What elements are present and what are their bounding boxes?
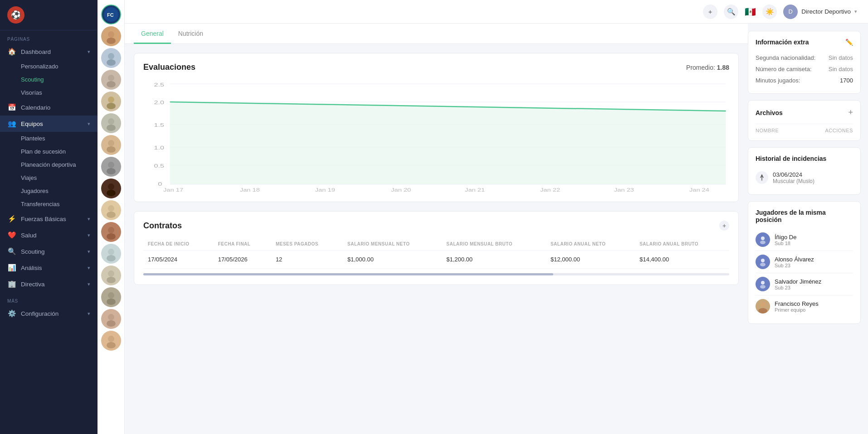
sidebar-item-planteles[interactable]: Planteles [21, 132, 98, 145]
search-button[interactable]: 🔍 [724, 5, 738, 19]
sidebar-item-jugadores[interactable]: Jugadores [21, 184, 98, 198]
sidebar-item-scouting-dash[interactable]: Scouting [21, 73, 98, 86]
evaluaciones-card: Evaluaciones Promedio: 1.88 2.5 2.0 1.5 … [134, 53, 739, 202]
user-name: Director Deportivo [801, 8, 851, 15]
sidebar-item-equipos[interactable]: 👥 Equipos ▾ [0, 116, 98, 132]
tab-general[interactable]: General [134, 24, 171, 44]
player-row-salvador[interactable]: Salvador Jiménez Sub 23 [756, 274, 853, 294]
cell-fecha-inicio: 17/05/2024 [143, 251, 214, 269]
player-row-francisco[interactable]: Francisco Reyes Primer equipo [756, 296, 853, 316]
edit-info-button[interactable]: ✏️ [845, 39, 853, 46]
sidebar-item-configuracion[interactable]: ⚙️ Configuración ▾ [0, 305, 98, 322]
cell-salario-anual-bruto: $14,400.00 [635, 251, 729, 269]
player-avatar[interactable] [101, 48, 121, 68]
sidebar-item-viajes[interactable]: Viajes [21, 171, 98, 184]
add-archivo-button[interactable]: + [848, 108, 853, 117]
svg-text:0: 0 [158, 181, 162, 187]
user-menu[interactable]: D Director Deportivo ▾ [783, 5, 857, 19]
svg-point-28 [108, 314, 114, 320]
sidebar-section-mas: MÁS [0, 292, 98, 305]
sidebar: ⚽ PÁGINAS 🏠 Dashboard ▾ Personalizado Sc… [0, 0, 98, 434]
sidebar-item-label: Dashboard [21, 48, 83, 55]
sidebar-item-plan-sucesion[interactable]: Plan de sucesión [21, 145, 98, 158]
svg-point-5 [107, 59, 116, 66]
team-logo-avatar[interactable]: FC [101, 5, 121, 24]
sidebar-item-planeacion[interactable]: Planeación deportiva [21, 158, 98, 171]
player-avatar[interactable] [101, 265, 121, 285]
player-avatar[interactable] [101, 135, 121, 155]
evaluaciones-promedio: Promedio: 1.88 [686, 64, 729, 71]
historial-title: Historial de incidencias [756, 155, 826, 162]
player-avatar[interactable] [101, 309, 121, 329]
svg-point-24 [108, 270, 114, 277]
player-row-alonso[interactable]: Alonso Álvarez Sub 23 [756, 252, 853, 272]
info-row-camiseta: Número de camiseta: Sin datos [756, 63, 853, 75]
add-button[interactable]: + [703, 5, 717, 19]
incident-icon [756, 171, 768, 184]
sidebar-item-label: Análisis [21, 265, 83, 271]
player-avatar[interactable] [101, 178, 121, 198]
misma-posicion-card: Jugadores de la misma posición Íñigo De … [748, 201, 861, 324]
scrollbar-thumb[interactable] [143, 273, 553, 275]
player-avatar[interactable] [101, 244, 121, 264]
svg-point-54 [760, 241, 766, 244]
player-sub: Sub 18 [775, 241, 796, 246]
sidebar-item-directiva[interactable]: 🏢 Directiva ▾ [0, 276, 98, 292]
player-row-inigo[interactable]: Íñigo De Sub 18 [756, 230, 853, 250]
player-avatar[interactable] [101, 200, 121, 220]
sidebar-section-pages: PÁGINAS [0, 30, 98, 43]
sidebar-item-analisis[interactable]: 📊 Análisis ▾ [0, 260, 98, 276]
col-salario-anual-neto: SALARIO ANUAL NETO [546, 238, 635, 251]
player-avatar[interactable] [101, 92, 121, 111]
player-avatar[interactable] [101, 157, 121, 177]
sidebar-item-transferencias[interactable]: Transferencias [21, 198, 98, 211]
sidebar-item-scouting[interactable]: 🔍 Scouting ▾ [0, 243, 98, 260]
player-sub: Sub 23 [775, 263, 814, 268]
sidebar-item-salud[interactable]: ❤️ Salud ▾ [0, 227, 98, 243]
player-avatar[interactable] [101, 331, 121, 351]
sidebar-item-label: Calendario [21, 104, 90, 111]
info-value-nacionalidad: Sin datos [829, 54, 853, 61]
dashboard-subnav: Personalizado Scouting Visorías [0, 60, 98, 99]
scrollbar-track[interactable] [143, 273, 729, 275]
info-extra-title: Información extra [756, 39, 809, 46]
player-avatar[interactable] [101, 113, 121, 133]
divider [756, 251, 853, 251]
add-contract-button[interactable]: + [719, 221, 729, 231]
player-sub: Primer equipo [775, 307, 819, 313]
archivos-header: Archivos + [756, 108, 853, 117]
svg-point-57 [761, 281, 765, 285]
player-avatar[interactable] [101, 70, 121, 90]
svg-text:Jan 21: Jan 21 [465, 188, 485, 193]
configuracion-icon: ⚙️ [7, 309, 16, 318]
tab-nutricion[interactable]: Nutrición [171, 24, 210, 44]
sidebar-item-dashboard[interactable]: 🏠 Dashboard ▾ [0, 43, 98, 60]
scouting-icon: 🔍 [7, 247, 16, 256]
sidebar-item-fuerzas-basicas[interactable]: ⚡ Fuerzas Básicas ▾ [0, 211, 98, 227]
player-avatar[interactable] [101, 222, 121, 242]
sidebar-item-personalizado[interactable]: Personalizado [21, 60, 98, 73]
misma-posicion-title: Jugadores de la misma posición [756, 209, 853, 223]
player-sub: Sub 23 [775, 285, 821, 290]
contratos-title: Contratos [143, 221, 182, 231]
incident-details: 03/06/2024 Muscular (Muslo) [773, 171, 814, 184]
player-avatar[interactable] [101, 287, 121, 307]
svg-point-26 [108, 292, 114, 299]
sidebar-item-calendario[interactable]: 📅 Calendario [0, 99, 98, 116]
misma-posicion-header: Jugadores de la misma posición [756, 209, 853, 223]
svg-point-10 [108, 118, 114, 125]
flag-icon[interactable]: 🇲🇽 [745, 6, 756, 17]
theme-toggle[interactable]: ☀️ [762, 5, 777, 19]
player-name: Salvador Jiménez [775, 278, 821, 285]
analisis-icon: 📊 [7, 264, 16, 272]
sidebar-item-visorias-dash[interactable]: Visorías [21, 86, 98, 99]
player-avatar[interactable] [101, 26, 121, 46]
svg-point-18 [108, 205, 114, 212]
svg-point-7 [107, 81, 116, 87]
tab-bar: General Nutrición [125, 24, 748, 44]
svg-point-59 [760, 302, 766, 307]
equipos-subnav: Planteles Plan de sucesión Planeación de… [0, 132, 98, 211]
svg-point-2 [108, 31, 114, 38]
player-name: Alonso Álvarez [775, 256, 814, 263]
chevron-down-icon: ▾ [88, 281, 90, 287]
